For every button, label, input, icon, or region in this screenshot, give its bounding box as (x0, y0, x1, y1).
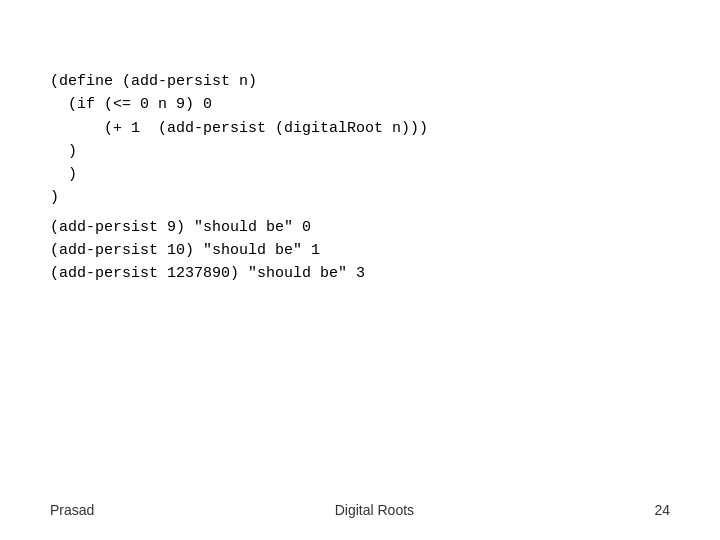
footer-left: Prasad (50, 502, 94, 518)
code-line-7: (add-persist 9) "should be" 0 (50, 216, 670, 239)
code-line-6: ) (50, 186, 670, 209)
footer: Prasad Digital Roots 24 (0, 502, 720, 518)
code-line-2: (if (<= 0 n 9) 0 (50, 93, 670, 116)
code-line-5: ) (50, 163, 670, 186)
code-line-3: (+ 1 (add-persist (digitalRoot n))) (50, 117, 670, 140)
slide: (define (add-persist n) (if (<= 0 n 9) 0… (0, 0, 720, 540)
code-block: (define (add-persist n) (if (<= 0 n 9) 0… (50, 70, 670, 285)
code-line-4: ) (50, 140, 670, 163)
footer-right: 24 (654, 502, 670, 518)
code-line-8: (add-persist 10) "should be" 1 (50, 239, 670, 262)
footer-center: Digital Roots (335, 502, 414, 518)
code-line-9: (add-persist 1237890) "should be" 3 (50, 262, 670, 285)
code-line-1: (define (add-persist n) (50, 70, 670, 93)
